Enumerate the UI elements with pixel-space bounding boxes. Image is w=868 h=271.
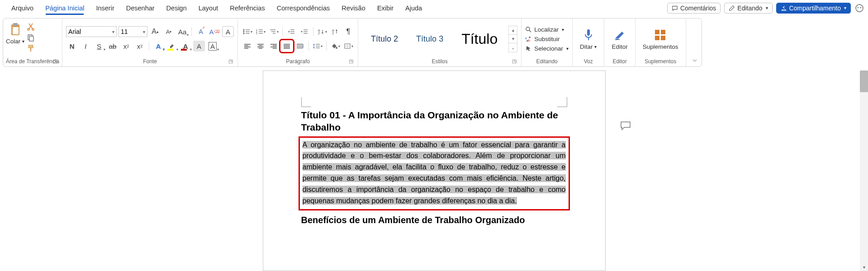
replace-label: Substituir (534, 36, 560, 42)
font-size-combo[interactable]: 11▾ (119, 26, 147, 37)
pencil-icon (729, 5, 735, 11)
format-painter-icon[interactable] (27, 44, 35, 52)
select-button[interactable]: Selecionar▾ (525, 45, 569, 52)
svg-text:a: a (525, 37, 527, 40)
sort-button[interactable]: AZ (316, 26, 328, 37)
underline-button[interactable]: S (93, 41, 105, 51)
find-button[interactable]: Localizar▾ (525, 26, 569, 33)
editor-pen-icon (612, 28, 627, 42)
highlight-color-button[interactable] (166, 41, 178, 51)
style-tile-titulo2[interactable]: Título 2 (362, 31, 407, 47)
add-comment-icon[interactable] (620, 121, 631, 131)
group-font: Arial▾ 11▾ A▴ A▾ Aa A✓ A⌫ A N I S ab x2 … (62, 19, 238, 66)
menu-tab-revisao[interactable]: Revisão (336, 1, 371, 15)
menu-tab-layout[interactable]: Layout (193, 1, 224, 15)
replace-button[interactable]: abSubstituir (525, 36, 569, 42)
editor-button[interactable]: Editor (607, 27, 632, 51)
indent-button[interactable] (299, 26, 310, 37)
dialog-launcher-icon[interactable]: ◳ (53, 58, 57, 64)
dialog-launcher-icon[interactable]: ◳ (349, 58, 353, 64)
sort-desc-button[interactable]: AZ (329, 26, 341, 37)
gallery-expand-button[interactable]: ⌄ (509, 43, 517, 52)
font-color-button[interactable]: A (180, 41, 191, 51)
justify-button[interactable] (281, 41, 293, 51)
show-marks-button[interactable]: ¶ (342, 26, 354, 37)
dictate-label: Ditar (580, 43, 593, 50)
chevron-down-icon: ▾ (112, 29, 114, 34)
align-left-button[interactable] (242, 41, 253, 51)
menu-tab-correspondencias[interactable]: Correspondências (271, 1, 336, 15)
doc-paragraph[interactable]: A organização no ambiente de trabalho é … (303, 140, 566, 207)
dialog-launcher-icon[interactable]: ◳ (512, 58, 517, 64)
clear-format-button[interactable]: A⌫ (209, 26, 220, 37)
collapse-ribbon-button[interactable]: ⌵ (689, 53, 701, 65)
editing-mode-button[interactable]: Editando ▾ (724, 3, 772, 14)
subscript-button[interactable]: x2 (120, 41, 132, 51)
superscript-button[interactable]: x2 (134, 41, 146, 51)
align-center-icon (257, 43, 264, 49)
distribute-icon (296, 43, 304, 49)
gallery-up-button[interactable]: ▴ (509, 26, 517, 35)
clipboard-icon (8, 22, 23, 37)
menu-tab-design[interactable]: Design (161, 1, 193, 15)
text-effects-button[interactable]: A (152, 41, 164, 51)
chevron-down-icon: ▾ (566, 46, 569, 51)
menu-tab-ajuda[interactable]: Ajuda (399, 1, 428, 15)
style-tile-titulo[interactable]: Título (452, 27, 507, 51)
doc-heading-2[interactable]: Benefícios de um Ambiente de Trabalho Or… (301, 215, 567, 225)
borders-button[interactable] (342, 41, 354, 51)
paste-button[interactable]: Colar▾ (6, 22, 24, 45)
enclose-char-button[interactable]: A (222, 26, 234, 37)
font-name-combo[interactable]: Arial▾ (66, 26, 117, 37)
shrink-font-button[interactable]: A▾ (163, 26, 175, 37)
align-right-button[interactable] (268, 41, 280, 51)
change-case-button[interactable]: Aa (176, 26, 188, 37)
dictate-button[interactable]: Ditar▾ (575, 27, 602, 51)
phonetic-guide-button[interactable]: A✓ (195, 26, 207, 37)
svg-point-24 (526, 27, 530, 31)
bold-button[interactable]: N (66, 41, 78, 51)
menu-tab-desenhar[interactable]: Desenhar (120, 1, 161, 15)
copy-icon[interactable] (27, 33, 35, 42)
svg-rect-31 (661, 36, 665, 40)
share-button[interactable]: Compartilhamento ▾ (776, 3, 851, 14)
scrollbar-thumb[interactable] (860, 70, 868, 92)
italic-button[interactable]: I (80, 41, 91, 51)
strikethrough-button[interactable]: ab (107, 41, 119, 51)
numbering-button[interactable]: 123 (255, 26, 266, 37)
select-label: Selecionar (534, 45, 563, 52)
distribute-button[interactable] (294, 41, 306, 51)
line-spacing-button[interactable] (312, 41, 323, 51)
justify-icon (283, 43, 290, 49)
scroll-down-button[interactable]: ▾ (860, 263, 868, 271)
vertical-scrollbar[interactable]: ▾ (860, 70, 868, 271)
char-shading-button[interactable]: A (193, 41, 205, 51)
grow-font-button[interactable]: A▴ (149, 26, 161, 37)
style-tile-titulo3[interactable]: Título 3 (407, 31, 452, 47)
addins-button[interactable]: Suplementos (638, 27, 683, 51)
comments-button[interactable]: Comentários (667, 3, 721, 14)
dialog-launcher-icon[interactable]: ◳ (228, 58, 233, 64)
char-border-button[interactable]: A (207, 41, 218, 51)
menu-tab-arquivo[interactable]: Arquivo (5, 1, 39, 15)
menu-tab-inserir[interactable]: Inserir (90, 1, 120, 15)
align-center-button[interactable] (255, 41, 266, 51)
menu-tab-referencias[interactable]: Referências (224, 1, 270, 15)
cut-icon[interactable] (27, 23, 35, 31)
group-editing: Localizar▾ abSubstituir Selecionar▾ Edit… (522, 19, 573, 66)
separator (326, 42, 327, 51)
bullets-button[interactable] (242, 26, 253, 37)
menu-tab-pagina-inicial[interactable]: Página Inicial (39, 1, 90, 15)
multilevel-button[interactable] (268, 26, 280, 37)
doc-heading-1[interactable]: Título 01 - A Importância da Organização… (301, 109, 567, 134)
group-label-voice: Voz (584, 58, 593, 65)
shading-button[interactable] (329, 41, 341, 51)
outdent-button[interactable] (285, 26, 297, 37)
menu-tab-exibir[interactable]: Exibir (371, 1, 399, 15)
svg-rect-4 (13, 23, 18, 26)
copilot-icon[interactable] (854, 3, 864, 13)
page[interactable]: Título 01 - A Importância da Organização… (263, 70, 606, 271)
group-paragraph: 123 AZ AZ ¶ (238, 19, 358, 66)
gallery-down-button[interactable]: ▾ (509, 35, 517, 43)
svg-rect-9 (29, 36, 33, 41)
